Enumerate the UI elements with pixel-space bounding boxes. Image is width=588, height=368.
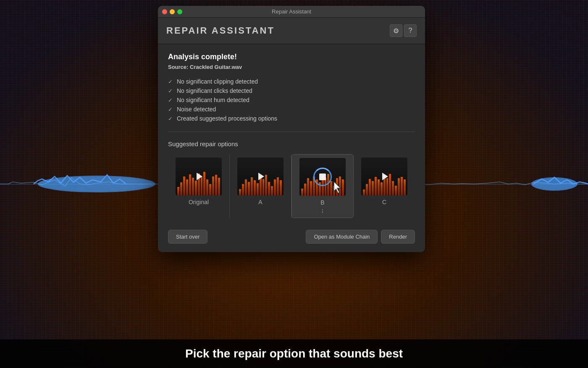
header-icons: ⚙ ? bbox=[390, 24, 417, 37]
stop-square bbox=[319, 173, 326, 180]
repair-option-b[interactable]: B ⫶ bbox=[291, 154, 354, 218]
window-title: Repair Assistant bbox=[272, 8, 311, 15]
dialog-window: Repair Assistant REPAIR ASSISTANT ⚙ ? An… bbox=[158, 6, 425, 252]
close-button[interactable] bbox=[162, 9, 167, 14]
traffic-lights bbox=[162, 9, 182, 14]
title-bar: Repair Assistant bbox=[158, 6, 425, 18]
help-icon: ? bbox=[409, 27, 412, 34]
option-label-a: A bbox=[258, 199, 262, 205]
option-preview-original bbox=[176, 158, 222, 195]
start-over-button[interactable]: Start over bbox=[168, 230, 207, 244]
stop-ring bbox=[313, 168, 332, 186]
settings-icon-b: ⫶ bbox=[321, 208, 325, 214]
repair-option-c[interactable]: C bbox=[354, 154, 415, 218]
checklist-text-2: No significant clicks detected bbox=[177, 87, 252, 94]
source-file: Crackled Guitar.wav bbox=[190, 64, 242, 70]
play-triangle-a bbox=[258, 173, 264, 180]
checklist-item-4: ✓ Noise detected bbox=[168, 105, 415, 114]
check-icon-4: ✓ bbox=[168, 106, 173, 113]
checklist-text-5: Created suggested processing options bbox=[177, 115, 277, 122]
render-button[interactable]: Render bbox=[381, 230, 415, 244]
option-label-original: Original bbox=[189, 199, 209, 205]
checklist-item-3: ✓ No significant hum detected bbox=[168, 95, 415, 105]
checklist-item-1: ✓ No significant clipping detected bbox=[168, 77, 415, 86]
suggested-section-title: Suggested repair options bbox=[168, 140, 415, 147]
right-buttons: Open as Module Chain Render bbox=[306, 230, 415, 244]
option-preview-b bbox=[299, 158, 346, 196]
subtitle-bar: Pick the repair option that sounds best bbox=[0, 339, 588, 368]
check-icon-5: ✓ bbox=[168, 116, 173, 122]
check-icon-3: ✓ bbox=[168, 97, 173, 103]
source-label: Source: bbox=[168, 64, 188, 70]
play-triangle-c bbox=[382, 173, 388, 180]
content-area: Analysis complete! Source: Crackled Guit… bbox=[158, 44, 425, 252]
analysis-title: Analysis complete! bbox=[168, 53, 415, 61]
bottom-buttons: Start over Open as Module Chain Render bbox=[168, 228, 415, 244]
option-label-c: C bbox=[382, 199, 386, 205]
repair-options: Original bbox=[168, 154, 415, 218]
svg-marker-0 bbox=[334, 181, 341, 193]
gear-icon: ⚙ bbox=[393, 27, 399, 35]
app-title: REPAIR ASSISTANT bbox=[166, 25, 275, 36]
open-module-chain-button[interactable]: Open as Module Chain bbox=[306, 230, 378, 244]
cursor-icon bbox=[332, 181, 344, 195]
repair-option-a[interactable]: A bbox=[230, 154, 291, 218]
checklist-text-3: No significant hum detected bbox=[177, 97, 249, 103]
checklist-text-1: No significant clipping detected bbox=[177, 78, 258, 85]
help-button[interactable]: ? bbox=[404, 24, 417, 37]
minimize-button[interactable] bbox=[170, 9, 175, 14]
maximize-button[interactable] bbox=[177, 9, 182, 14]
source-line: Source: Crackled Guitar.wav bbox=[168, 64, 415, 70]
option-label-b: B bbox=[320, 199, 324, 206]
play-button-original[interactable] bbox=[191, 169, 206, 184]
option-preview-c bbox=[361, 158, 407, 195]
checklist-text-4: Noise detected bbox=[177, 106, 216, 113]
stop-ring-container bbox=[313, 168, 332, 186]
gear-button[interactable]: ⚙ bbox=[390, 24, 402, 37]
checklist-item-5: ✓ Created suggested processing options bbox=[168, 114, 415, 123]
play-button-c[interactable] bbox=[377, 169, 392, 184]
play-triangle-original bbox=[197, 173, 202, 180]
subtitle-text: Pick the repair option that sounds best bbox=[185, 347, 403, 360]
checklist-item-2: ✓ No significant clicks detected bbox=[168, 86, 415, 95]
app-header: REPAIR ASSISTANT ⚙ ? bbox=[158, 18, 425, 44]
play-button-a[interactable] bbox=[253, 169, 268, 184]
divider bbox=[168, 131, 415, 132]
check-icon-1: ✓ bbox=[168, 79, 173, 85]
repair-option-original[interactable]: Original bbox=[168, 154, 230, 218]
option-preview-a bbox=[237, 158, 284, 195]
checklist: ✓ No significant clipping detected ✓ No … bbox=[168, 77, 415, 123]
check-icon-2: ✓ bbox=[168, 88, 173, 94]
